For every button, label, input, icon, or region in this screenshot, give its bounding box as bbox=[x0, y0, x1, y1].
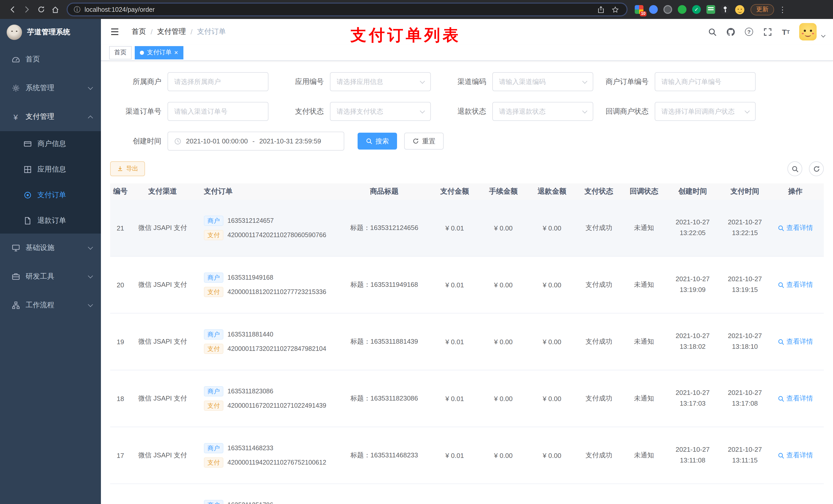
created-date: 2021-10-27 bbox=[676, 388, 710, 399]
re 设置reset-button-label: 重置 bbox=[422, 137, 435, 146]
date-range-picker[interactable]: 2021-10-01 00:00:00 - 2021-10-31 23:59:5… bbox=[168, 131, 344, 150]
annotation-page-title: 支付订单列表 bbox=[351, 25, 461, 46]
refresh-table-button[interactable] bbox=[809, 161, 824, 176]
browser-profile-avatar[interactable] bbox=[735, 5, 744, 14]
extension-green-icon[interactable] bbox=[678, 5, 687, 14]
view-detail-button[interactable]: 查看详情 bbox=[778, 280, 813, 289]
table-row: 21 微信 JSAPI 支付 商户 1635312124657 支付 42000… bbox=[110, 200, 824, 257]
browser-update-button[interactable]: 更新 bbox=[751, 4, 774, 15]
user-avatar[interactable] bbox=[799, 23, 817, 41]
pay-status-select[interactable]: 请选择支付状态 bbox=[330, 102, 431, 121]
breadcrumb-item-home[interactable]: 首页 bbox=[132, 27, 146, 37]
tab-home[interactable]: 首页 bbox=[109, 46, 132, 59]
app-id-select[interactable]: 请选择应用信息 bbox=[330, 72, 431, 91]
view-detail-button[interactable]: 查看详情 bbox=[778, 394, 813, 403]
sidebar-item-devtools[interactable]: 研发工具 bbox=[0, 262, 101, 291]
sidebar-item-merchant-info[interactable]: 商户信息 bbox=[0, 131, 101, 157]
date-range-separator: - bbox=[252, 137, 255, 145]
target-icon bbox=[23, 190, 32, 200]
sidebar-item-infrastructure[interactable]: 基础设施 bbox=[0, 234, 101, 262]
chevron-down-icon bbox=[420, 108, 425, 113]
extension-globe-icon[interactable] bbox=[663, 5, 672, 14]
callback-status-select[interactable]: 请选择订单回调商户状态 bbox=[655, 102, 756, 121]
merchant-order-no: 1635311949168 bbox=[228, 274, 273, 281]
export-button[interactable]: 导出 bbox=[110, 161, 145, 176]
browser-home-button[interactable] bbox=[48, 2, 63, 17]
search-icon[interactable] bbox=[707, 27, 717, 37]
paid-date: 2021-10-27 bbox=[728, 274, 762, 285]
cell-fee-amount: ¥ 0.00 bbox=[479, 452, 528, 459]
extension-blue-icon[interactable] bbox=[649, 5, 658, 14]
paid-date: 2021-10-27 bbox=[728, 445, 762, 455]
user-menu-caret-icon[interactable] bbox=[821, 33, 826, 38]
filter-merchant-order-no: 商户订单编号 bbox=[597, 72, 756, 91]
table-row: 19 微信 JSAPI 支付 商户 1635311881440 支付 42000… bbox=[110, 313, 824, 370]
close-icon[interactable]: × bbox=[174, 49, 178, 56]
merchant-order-no-input[interactable] bbox=[655, 72, 756, 91]
sidebar-item-label: 首页 bbox=[26, 55, 92, 64]
browser-menu-icon[interactable]: ⋮ bbox=[779, 5, 786, 14]
paid-date: 2021-10-27 bbox=[728, 331, 762, 342]
browser-forward-button[interactable] bbox=[20, 2, 34, 17]
site-info-icon[interactable]: ⓘ bbox=[74, 5, 80, 14]
sidebar-fold-button[interactable] bbox=[109, 26, 120, 38]
tab-label: 支付订单 bbox=[147, 48, 172, 57]
refund-status-select[interactable]: 请选择退款状态 bbox=[492, 102, 593, 121]
sidebar-item-payment[interactable]: ¥ 支付管理 bbox=[0, 102, 101, 131]
tab-pay-order[interactable]: 支付订单 × bbox=[135, 46, 183, 59]
sidebar-item-app-info[interactable]: 应用信息 bbox=[0, 157, 101, 182]
address-bar[interactable]: ⓘ localhost:1024/pay/order bbox=[67, 3, 627, 16]
app-logo[interactable]: 芋道管理系统 bbox=[0, 19, 101, 45]
table-body: 21 微信 JSAPI 支付 商户 1635312124657 支付 42000… bbox=[110, 200, 824, 504]
cell-product-title: 标题：1635311823086 bbox=[338, 394, 430, 403]
channel-code-select[interactable]: 请输入渠道编码 bbox=[492, 72, 593, 91]
cell-pay-amount: ¥ 0.01 bbox=[430, 224, 479, 232]
browser-back-button[interactable] bbox=[5, 2, 20, 17]
view-detail-button[interactable]: 查看详情 bbox=[778, 337, 813, 346]
sidebar-item-refund-order[interactable]: 退款订单 bbox=[0, 208, 101, 234]
sidebar-item-home[interactable]: 首页 bbox=[0, 45, 101, 74]
extension-badge: 10 bbox=[640, 11, 646, 16]
browser-reload-button[interactable] bbox=[34, 2, 48, 17]
merchant-badge: 商户 bbox=[204, 500, 223, 504]
cell-actions: 查看详情 bbox=[771, 223, 820, 233]
extension-square-icon[interactable] bbox=[707, 5, 715, 14]
channel-order-no-input[interactable] bbox=[168, 102, 268, 121]
breadcrumb-item-current: 支付订单 bbox=[197, 27, 226, 37]
search-icon bbox=[791, 165, 799, 172]
share-icon[interactable] bbox=[596, 4, 606, 15]
cell-pay-amount: ¥ 0.01 bbox=[430, 281, 479, 289]
select-placeholder: 请选择应用信息 bbox=[337, 77, 383, 86]
merchant-input[interactable] bbox=[168, 72, 268, 91]
cell-callback-status: 未通知 bbox=[621, 337, 667, 346]
search-button[interactable]: 搜索 bbox=[358, 133, 397, 149]
cell-paid-time: 2021-10-27 13:22:15 bbox=[719, 217, 771, 238]
bookmark-star-icon[interactable] bbox=[610, 4, 620, 15]
help-icon[interactable]: ? bbox=[744, 27, 754, 37]
pin-icon[interactable] bbox=[721, 5, 730, 14]
filter-channel-order-no: 渠道订单号 bbox=[110, 102, 268, 121]
font-size-icon[interactable]: TT bbox=[781, 27, 791, 37]
reset-button[interactable]: 重置 bbox=[404, 133, 444, 149]
extension-colorful-icon[interactable]: 10 bbox=[635, 5, 643, 14]
breadcrumb-item-payment[interactable]: 支付管理 bbox=[157, 27, 186, 37]
cell-refund-amount: ¥ 0.00 bbox=[528, 452, 576, 459]
view-detail-button[interactable]: 查看详情 bbox=[778, 451, 813, 460]
cell-callback-status: 未通知 bbox=[621, 451, 667, 460]
sidebar-item-workflow[interactable]: 工作流程 bbox=[0, 291, 101, 320]
github-icon[interactable] bbox=[725, 27, 736, 37]
cell-created-time: 2021-10-27 13:17:03 bbox=[667, 388, 719, 409]
sidebar-item-pay-order[interactable]: 支付订单 bbox=[0, 182, 101, 208]
chevron-down-icon bbox=[88, 273, 93, 278]
briefcase-icon bbox=[11, 272, 21, 282]
fullscreen-icon[interactable] bbox=[762, 27, 772, 37]
cell-refund-amount: ¥ 0.00 bbox=[528, 338, 576, 345]
cell-created-time: 2021-10-27 13:18:02 bbox=[667, 331, 719, 352]
view-detail-button[interactable]: 查看详情 bbox=[778, 223, 813, 233]
extension-check-icon[interactable]: ✓ bbox=[692, 5, 701, 14]
filter-label: 渠道编码 bbox=[435, 77, 492, 86]
cell-pay-channel: 微信 JSAPI 支付 bbox=[130, 223, 195, 233]
sidebar-item-system[interactable]: 系统管理 bbox=[0, 74, 101, 102]
chevron-down-icon bbox=[88, 302, 93, 307]
toggle-search-button[interactable] bbox=[787, 161, 802, 176]
